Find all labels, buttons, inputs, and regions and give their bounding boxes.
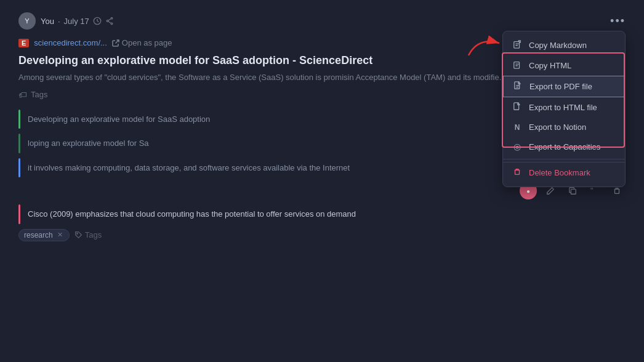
copy-markdown-icon [512,40,523,50]
svg-point-9 [76,233,78,235]
export-capacities-icon: ◎ [512,142,523,151]
export-capacities-item[interactable]: ◎ Export to Capacities [503,137,625,156]
copy-html-item[interactable]: Copy HTML [503,55,625,76]
export-html-label: Export to HTML file [529,103,597,112]
copy-html-label: Copy HTML [529,61,571,70]
copy-markdown-item[interactable]: Copy Markdown [503,35,625,55]
main-container: Y You · July 17 [0,0,644,362]
quote-text-1: Developing an explorative model for SaaS… [28,110,210,129]
add-tags-button[interactable]: Tags [74,230,102,239]
quote-text-4: Cisco (2009) emphasizes that cloud compu… [28,204,356,224]
open-page-label: Open as page [122,38,172,47]
quote-text-3: it involves making computing, data stora… [28,158,350,178]
svg-rect-6 [571,190,576,195]
more-options-button[interactable]: ••• [610,15,626,28]
delete-bookmark-icon [512,167,523,178]
svg-rect-10 [514,42,520,49]
export-pdf-label: Export to PDF file [529,82,592,91]
svg-line-5 [108,22,111,23]
quote-bar-pink [18,204,20,224]
svg-rect-8 [615,190,619,194]
red-arrow [465,34,509,61]
export-pdf-icon [512,81,523,92]
avatar: Y [18,12,36,30]
copy-html-icon [512,60,523,71]
export-notion-item[interactable]: N Export to Notion [503,118,625,137]
author-name: You [41,17,54,26]
add-tags-label: Tags [85,230,102,239]
svg-point-2 [107,20,108,22]
separator: · [58,17,60,26]
delete-bookmark-item[interactable]: Delete Bookmark [503,162,625,183]
svg-point-3 [111,23,113,25]
quote-bar-teal [18,134,20,153]
export-capacities-label: Export to Capacities [529,142,600,151]
export-notion-label: Export to Notion [529,123,586,132]
date: July 17 [64,17,89,26]
tags-placeholder: Tags [31,90,47,99]
bottom-tags-row: research ✕ Tags [18,229,626,241]
share-icon[interactable] [105,17,114,25]
copy-markdown-label: Copy Markdown [529,41,587,50]
open-page-button[interactable]: Open as page [112,38,172,47]
quote-block-4: Cisco (2009) emphasizes that cloud compu… [18,204,626,224]
svg-line-4 [108,19,111,21]
author-info: You · July 17 [41,17,114,26]
svg-point-1 [111,17,113,19]
header-left: Y You · July 17 [18,12,114,30]
svg-text:": " [590,187,593,196]
quote-bar-blue [18,158,20,178]
export-notion-icon: N [512,123,523,132]
svg-rect-11 [514,62,520,69]
source-badge: E [18,39,29,47]
source-link[interactable]: sciencedirect.com/... [34,38,107,47]
delete-bookmark-label: Delete Bookmark [529,168,590,177]
svg-rect-14 [515,170,520,174]
dropdown-divider [503,159,625,159]
tag-icon: 🏷 [18,90,27,100]
export-pdf-item[interactable]: Export to PDF file [503,76,625,97]
export-html-icon [512,102,523,113]
quote-text-2: loping an explorative model for Sa [28,134,149,153]
header-row: Y You · July 17 [18,12,626,30]
dropdown-menu: Copy Markdown Copy HTML Export to PDF [502,31,626,187]
tag-chip-label: research [24,231,53,239]
research-tag-chip[interactable]: research ✕ [18,229,70,241]
tag-chip-remove[interactable]: ✕ [57,231,63,239]
clock-icon[interactable] [93,17,102,25]
quote-bar-green [18,110,20,129]
export-html-item[interactable]: Export to HTML file [503,97,625,118]
